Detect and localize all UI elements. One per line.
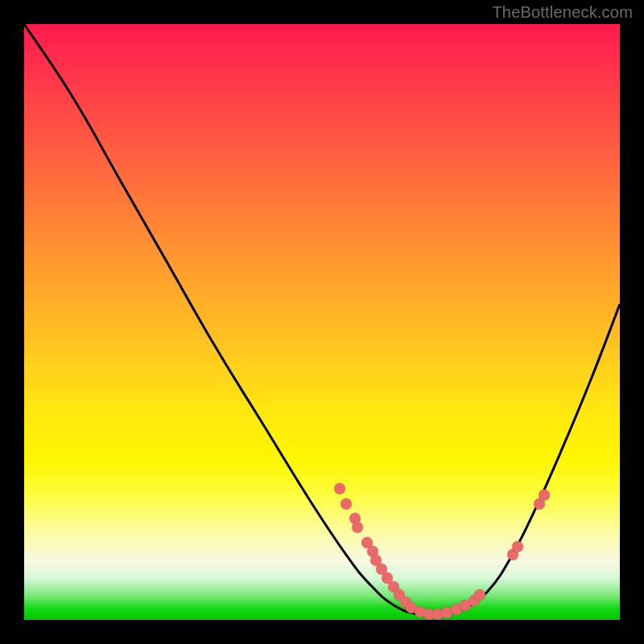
bottleneck-curve (24, 24, 620, 620)
chart-stage: TheBottleneck.com (0, 0, 644, 644)
plot-area (24, 24, 620, 620)
curve-marker (539, 489, 550, 501)
curve-marker (512, 541, 523, 552)
watermark-text: TheBottleneck.com (492, 3, 633, 22)
curve-path (24, 24, 620, 615)
curve-marker (341, 498, 352, 510)
curve-marker (474, 589, 485, 601)
